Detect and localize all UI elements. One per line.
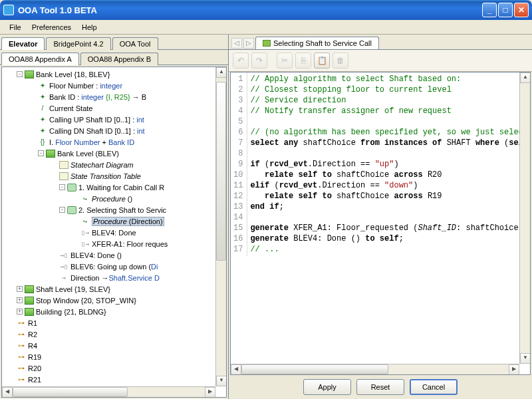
tree[interactable]: -Bank Level {18, BLEV}✦Floor Number : in…	[2, 67, 215, 386]
tree-row[interactable]: ✦Calling DN Shaft ID [0..1] : int	[3, 125, 214, 136]
attr-icon: ✦	[38, 93, 47, 101]
tree-row[interactable]: +Building {21, BLDNG}	[3, 306, 214, 317]
tree-row[interactable]: -Bank Level {18, BLEV}	[3, 68, 214, 80]
menu-preferences[interactable]: Preferences	[27, 22, 76, 33]
hscroll-thumb[interactable]	[241, 364, 388, 374]
tree-toggle-icon[interactable]: -	[38, 150, 44, 156]
tree-vscrollbar[interactable]: ▲ ▼	[215, 67, 226, 386]
line-gutter: 1234567891011121314151617	[231, 72, 247, 256]
maximize-button[interactable]: □	[498, 3, 513, 17]
tree-toggle-icon[interactable]: -	[59, 207, 65, 213]
editor-nav-fwd-icon[interactable]: ▷	[243, 38, 254, 49]
scroll-right-icon[interactable]: ▶	[509, 364, 519, 375]
tree-label: Bank ID : integer {I, R25} → B	[49, 93, 146, 101]
apply-button[interactable]: Apply	[303, 379, 351, 395]
editor-toolbar: ↶↷✂⎘📋🗑	[229, 50, 532, 72]
scroll-left-icon[interactable]: ◀	[2, 387, 13, 398]
tree-label: R20	[28, 364, 41, 372]
tree-row[interactable]: ⊶R1	[3, 317, 214, 329]
tree-row[interactable]: -2. Selecting Shaft to Servic	[3, 204, 214, 215]
scroll-right-icon[interactable]: ▶	[205, 387, 215, 398]
code-editor[interactable]: 1234567891011121314151617 // Apply algor…	[230, 72, 531, 375]
tab-ooa-tool[interactable]: OOA Tool	[112, 37, 158, 50]
tree-toggle-icon[interactable]: +	[17, 286, 23, 292]
pkg-icon	[25, 70, 34, 78]
diag-icon	[59, 172, 68, 180]
tree-toggle-icon[interactable]: -	[59, 184, 65, 190]
tree-row[interactable]: State Transition Table	[3, 170, 214, 182]
scroll-down-icon[interactable]: ▼	[520, 353, 531, 364]
tree-row[interactable]: ⊶R2	[3, 329, 214, 340]
scroll-left-icon[interactable]: ◀	[231, 364, 241, 375]
tree-row[interactable]: ▯→BLEV4: Done	[3, 227, 214, 238]
right-pane: ◁ ▷ Selecting Shaft to Service Call ↶↷✂⎘…	[229, 35, 532, 399]
pkg-icon	[25, 297, 34, 305]
app-icon	[3, 5, 14, 15]
cancel-button[interactable]: Cancel	[410, 379, 458, 395]
proc-icon: ↪	[80, 195, 90, 203]
tab-bridgepoint-4-2[interactable]: BridgePoint 4.2	[46, 37, 110, 50]
tab-ooa88-appendix-a[interactable]: OOA88 Appendix A	[1, 53, 79, 65]
tree-row[interactable]: ⇒Direction →Shaft.Service D	[3, 272, 214, 283]
tree-row[interactable]: ⊶R19	[3, 351, 214, 362]
tree-label: Bank Level (BLEV)	[57, 150, 119, 158]
code-vscrollbar[interactable]: ▲ ▼	[519, 72, 530, 364]
tree-label: R1	[28, 319, 37, 327]
scroll-down-icon[interactable]: ▼	[216, 376, 227, 386]
tree-row[interactable]: /Current State	[3, 102, 214, 114]
tab-ooa88-appendix-b[interactable]: OOA88 Appendix B	[80, 53, 158, 65]
tree-row[interactable]: ▯→XFER-A1: Floor reques	[3, 238, 214, 249]
tree-label: XFER-A1: Floor reques	[92, 240, 168, 248]
tree-toggle-icon[interactable]: +	[17, 297, 23, 303]
tree-row[interactable]: ⊶R20	[3, 362, 214, 374]
titlebar[interactable]: OOA Tool 1.0 BETA _ □ ✕	[0, 0, 532, 20]
diag-icon	[59, 161, 68, 169]
vscroll-thumb[interactable]	[216, 82, 226, 261]
menu-help[interactable]: Help	[76, 22, 102, 33]
tree-hscrollbar[interactable]: ◀ ▶	[2, 386, 215, 397]
tree-panel: -Bank Level {18, BLEV}✦Floor Number : in…	[1, 66, 227, 398]
secondary-tabs: OOA88 Appendix AOOA88 Appendix B	[0, 50, 228, 65]
scroll-up-icon[interactable]: ▲	[520, 72, 531, 83]
minimize-button[interactable]: _	[482, 3, 497, 17]
evt-icon: ▯→	[80, 229, 90, 237]
tree-toggle-icon[interactable]: +	[17, 309, 23, 315]
close-button[interactable]: ✕	[514, 3, 529, 17]
tree-row[interactable]: ↪Procedure (Direction)	[3, 215, 214, 227]
tree-row[interactable]: +Stop Window {20, STOP_WIN}	[3, 295, 214, 306]
tree-row[interactable]: ✦Calling UP Shaft ID [0..1] : int	[3, 114, 214, 125]
tree-label: Current State	[49, 104, 92, 112]
attr-icon: {}	[38, 138, 47, 146]
tree-label: Shaft Level {19, SLEV}	[36, 285, 110, 293]
tree-row[interactable]: →▯BLEV6: Going up down (Di	[3, 261, 214, 272]
tree-row[interactable]: ⊶R21	[3, 374, 214, 385]
tree-row[interactable]: -1. Waiting for Cabin Call R	[3, 182, 214, 193]
scroll-up-icon[interactable]: ▲	[216, 67, 227, 78]
evt-icon: ⇒	[59, 274, 68, 282]
tree-row[interactable]: →▯BLEV4: Done ()	[3, 249, 214, 261]
state-icon	[67, 184, 76, 192]
evt-icon: ▯→	[80, 240, 90, 248]
paste-button[interactable]: 📋	[314, 53, 330, 68]
tab-elevator[interactable]: Elevator	[1, 37, 45, 50]
tree-row[interactable]: +Shaft Level {19, SLEV}	[3, 283, 214, 295]
tree-label: Bank Level {18, BLEV}	[36, 70, 110, 78]
tree-toggle-icon[interactable]: -	[17, 71, 23, 77]
tree-row[interactable]: {}I. Floor Number + Bank ID	[3, 136, 214, 148]
rel-icon: ⊶	[17, 364, 26, 372]
tree-row[interactable]: -Bank Level (BLEV)	[3, 148, 214, 159]
tree-label: 1. Waiting for Cabin Call R	[78, 184, 164, 192]
editor-nav-back-icon[interactable]: ◁	[231, 38, 242, 49]
tree-row[interactable]: ✦Floor Number : integer	[3, 80, 214, 91]
tree-row[interactable]: Statechart Diagram	[3, 159, 214, 170]
tree-row[interactable]: ↪Procedure ()	[3, 193, 214, 204]
procedure-icon	[263, 40, 271, 47]
editor-tab[interactable]: Selecting Shaft to Service Call	[255, 37, 379, 49]
menu-file[interactable]: File	[4, 22, 27, 33]
tree-row[interactable]: ✦Bank ID : integer {I, R25} → B	[3, 91, 214, 102]
tree-row[interactable]: ⊶R4	[3, 340, 214, 351]
reset-button[interactable]: Reset	[356, 379, 404, 395]
code-body[interactable]: // Apply algorithm to select Shaft based…	[247, 72, 519, 256]
code-hscrollbar[interactable]: ◀ ▶	[231, 364, 519, 374]
hscroll-thumb[interactable]	[13, 387, 128, 397]
